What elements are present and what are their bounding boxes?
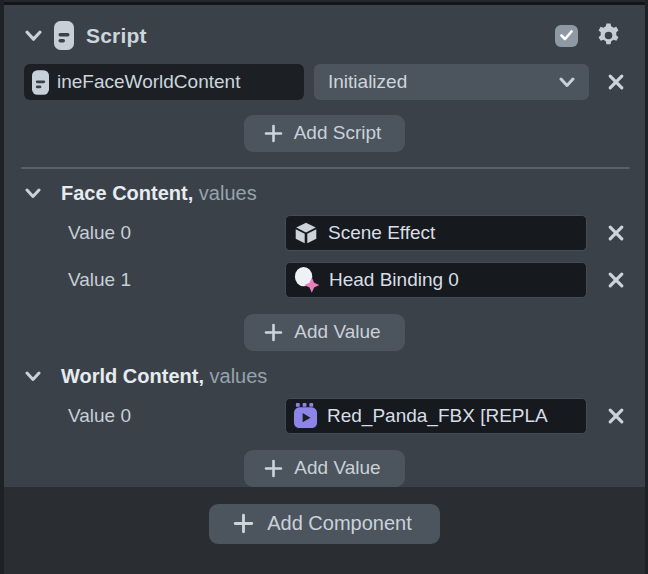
component-header: Script <box>4 5 645 54</box>
face-content-header: Face Content, values <box>4 169 645 215</box>
add-value-row: Add Value <box>4 314 645 351</box>
gear-icon[interactable] <box>594 21 623 50</box>
add-script-label: Add Script <box>294 122 382 144</box>
value-row: Value 0 Scene Effect <box>4 215 633 251</box>
script-name-text: ineFaceWorldContent <box>57 71 240 93</box>
scene-object-cube-icon <box>293 220 319 246</box>
add-component-button[interactable]: Add Component <box>209 504 440 544</box>
script-component-panel: Script ineFaceWorldContent Initialized <box>4 5 645 487</box>
add-value-button[interactable]: Add Value <box>244 314 404 351</box>
script-name-field[interactable]: ineFaceWorldContent <box>24 64 304 100</box>
enabled-checkbox[interactable] <box>555 25 578 47</box>
section-title-sub: values <box>210 365 268 387</box>
add-value-label: Add Value <box>294 321 380 343</box>
add-script-row: Add Script <box>4 115 645 152</box>
value-field-text: Red_Panda_FBX [REPLA <box>327 405 548 427</box>
remove-value-button[interactable] <box>599 262 633 298</box>
head-binding-icon <box>293 266 320 294</box>
world-content-title: World Content, values <box>61 365 267 388</box>
collapse-chevron-icon[interactable] <box>25 371 41 382</box>
trigger-dropdown[interactable]: Initialized <box>314 64 589 100</box>
inspector-panel: Script ineFaceWorldContent Initialized <box>0 0 648 574</box>
face-content-title: Face Content, values <box>61 182 257 205</box>
section-title-sub: values <box>199 182 257 204</box>
value-label: Value 0 <box>68 405 285 427</box>
close-icon <box>607 271 625 289</box>
value-field-head-binding[interactable]: Head Binding 0 <box>285 262 587 298</box>
close-icon <box>607 73 625 91</box>
add-value-label: Add Value <box>294 457 380 479</box>
script-icon <box>54 21 74 50</box>
value-row: Value 1 Head Binding 0 <box>4 262 633 298</box>
add-component-label: Add Component <box>267 512 412 535</box>
remove-value-button[interactable] <box>599 398 633 434</box>
checkmark-icon <box>560 30 573 41</box>
chevron-down-icon <box>559 77 575 88</box>
value-row: Value 0 Red_Panda_FBX [REPLA <box>4 398 633 434</box>
add-value-row: Add Value <box>4 450 645 487</box>
value-field-red-panda[interactable]: Red_Panda_FBX [REPLA <box>285 398 587 434</box>
value-field-text: Head Binding 0 <box>329 269 459 291</box>
section-title-main: World Content, <box>61 365 204 387</box>
script-file-icon <box>32 70 49 95</box>
collapse-chevron-icon[interactable] <box>25 30 42 42</box>
value-field-scene-effect[interactable]: Scene Effect <box>285 215 587 251</box>
component-title: Script <box>86 24 147 48</box>
plus-icon <box>264 459 283 478</box>
plus-icon <box>264 323 283 342</box>
add-value-button[interactable]: Add Value <box>244 450 404 487</box>
remove-value-button[interactable] <box>599 215 633 251</box>
world-content-header: World Content, values <box>4 355 645 398</box>
value-label: Value 1 <box>68 269 285 291</box>
world-content-section: World Content, values Value 0 Red_Panda_… <box>4 355 645 487</box>
remove-script-button[interactable] <box>599 64 633 100</box>
trigger-dropdown-value: Initialized <box>328 71 559 93</box>
animated-texture-icon <box>293 403 318 429</box>
plus-icon <box>264 124 283 143</box>
section-title-main: Face Content, <box>61 182 193 204</box>
add-script-button[interactable]: Add Script <box>244 115 406 152</box>
inspector-footer: Add Component <box>4 487 645 571</box>
value-label: Value 0 <box>68 222 285 244</box>
face-content-section: Face Content, values Value 0 Scene Effec… <box>4 169 645 351</box>
close-icon <box>607 224 625 242</box>
plus-icon <box>233 513 254 534</box>
collapse-chevron-icon[interactable] <box>25 188 41 199</box>
close-icon <box>607 407 625 425</box>
value-field-text: Scene Effect <box>328 222 435 244</box>
script-row: ineFaceWorldContent Initialized <box>24 64 633 100</box>
